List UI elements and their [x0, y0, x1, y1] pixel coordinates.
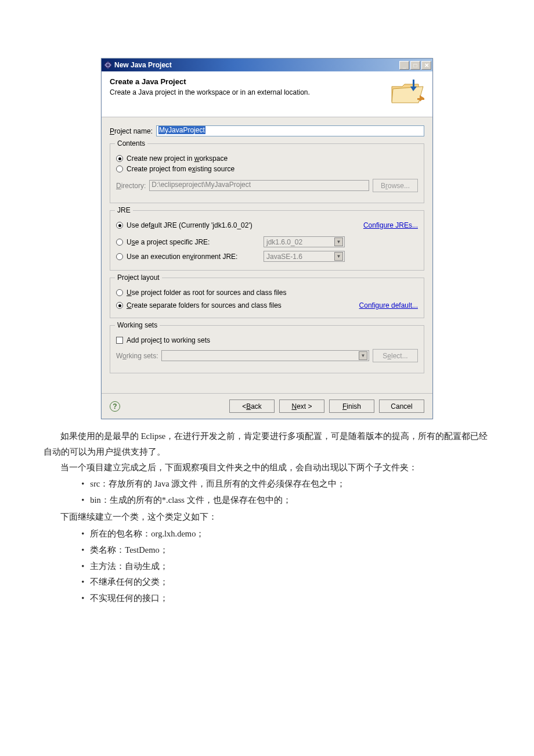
document-body-text: 如果使用的是最早的 Eclipse，在进行开发之前，肯定要进行多项配置，可是随着…: [44, 429, 490, 606]
header-title: Create a Java Project: [110, 77, 310, 86]
list-item: bin：生成的所有的*.class 文件，也是保存在包中的；: [81, 492, 490, 508]
radio-default-jre-label: Use default JRE (Currently 'jdk1.6.0_02'…: [127, 221, 252, 229]
finish-button[interactable]: Finish: [329, 399, 374, 413]
svg-marker-4: [392, 87, 423, 103]
cancel-button[interactable]: Cancel: [379, 399, 424, 413]
list-item: 所在的包名称：org.lxh.demo；: [81, 526, 490, 542]
project-layout-group: Project layout Use project folder as roo…: [110, 278, 424, 318]
radio-specific-jre[interactable]: [116, 239, 123, 246]
paragraph: 如果使用的是最早的 Eclipse，在进行开发之前，肯定要进行多项配置，可是随着…: [44, 429, 490, 460]
add-to-working-sets-label: Add project to working sets: [127, 336, 210, 344]
radio-root-folder-label: Use project folder as root for sources a…: [127, 289, 286, 297]
new-java-project-dialog: New Java Project _ □ ✕ Create a Java Pro…: [101, 58, 433, 419]
contents-legend: Contents: [115, 139, 147, 147]
specific-jre-dropdown: jdk1.6.0_02 ▼: [264, 236, 345, 247]
configure-default-link[interactable]: Configure default...: [359, 301, 418, 309]
working-sets-dropdown: ▼: [161, 350, 369, 361]
close-button[interactable]: ✕: [421, 61, 431, 70]
project-name-label: Project name:: [110, 127, 153, 135]
help-icon[interactable]: ?: [110, 401, 120, 412]
working-sets-group: Working sets Add project to working sets…: [110, 325, 424, 373]
browse-button: Browse...: [373, 179, 418, 192]
chevron-down-icon: ▼: [334, 252, 343, 261]
project-layout-legend: Project layout: [115, 273, 162, 282]
svg-point-0: [104, 62, 111, 69]
list-item: 类名称：TestDemo；: [81, 542, 490, 558]
radio-root-folder[interactable]: [116, 289, 123, 296]
add-to-working-sets-checkbox[interactable]: [116, 337, 123, 344]
radio-exec-env-jre[interactable]: [116, 253, 123, 260]
radio-create-in-workspace[interactable]: [116, 155, 123, 162]
paragraph: 当一个项目建立完成之后，下面观察项目文件夹之中的组成，会自动出现以下两个子文件夹…: [44, 460, 490, 476]
jre-group: JRE Use default JRE (Currently 'jdk1.6.0…: [110, 210, 424, 271]
radio-from-existing-source-label: Create project from existing source: [127, 165, 234, 173]
exec-env-dropdown: JavaSE-1.6 ▼: [264, 251, 345, 262]
list-item: src：存放所有的 Java 源文件，而且所有的文件必须保存在包之中；: [81, 476, 490, 492]
working-sets-label: Working sets:: [116, 352, 158, 360]
list-item: 主方法：自动生成；: [81, 559, 490, 574]
select-working-sets-button: Select...: [373, 349, 418, 362]
maximize-button[interactable]: □: [410, 61, 420, 70]
radio-separate-folders-label: Create separate folders for sources and …: [127, 301, 282, 309]
directory-label: Directory:: [116, 182, 146, 190]
working-sets-legend: Working sets: [115, 321, 160, 329]
configure-jres-link[interactable]: Configure JREs...: [363, 221, 418, 229]
radio-from-existing-source[interactable]: [116, 165, 123, 172]
contents-group: Contents Create new project in workspace…: [110, 143, 424, 203]
project-name-input[interactable]: MyJavaProject: [156, 125, 424, 136]
radio-default-jre[interactable]: [116, 222, 123, 229]
radio-create-in-workspace-label: Create new project in workspace: [127, 154, 228, 163]
directory-input: D:\eclipseproject\MyJavaProject: [149, 180, 369, 191]
paragraph: 下面继续建立一个类，这个类定义如下：: [44, 509, 490, 525]
list-item: 不实现任何的接口；: [81, 591, 490, 606]
next-button[interactable]: Next >: [279, 399, 324, 413]
dialog-header: Create a Java Project Create a Java proj…: [102, 71, 432, 117]
radio-exec-env-jre-label: Use an execution environment JRE:: [127, 253, 260, 261]
chevron-down-icon: ▼: [334, 237, 343, 246]
window-title: New Java Project: [114, 61, 172, 69]
svg-rect-5: [413, 80, 414, 88]
svg-marker-8: [420, 95, 424, 102]
dialog-footer: ? < Back Next > Finish Cancel: [102, 393, 432, 419]
minimize-button[interactable]: _: [399, 61, 409, 70]
titlebar: New Java Project _ □ ✕: [102, 59, 432, 71]
chevron-down-icon: ▼: [359, 351, 367, 360]
header-description: Create a Java project in the workspace o…: [110, 88, 310, 96]
jre-legend: JRE: [115, 206, 133, 214]
list-item: 不继承任何的父类；: [81, 574, 490, 590]
radio-separate-folders[interactable]: [116, 302, 123, 309]
radio-specific-jre-label: Use a project specific JRE:: [127, 238, 260, 246]
folder-wizard-icon: [389, 77, 424, 106]
back-button[interactable]: < Back: [229, 399, 275, 413]
eclipse-icon: [104, 61, 112, 69]
